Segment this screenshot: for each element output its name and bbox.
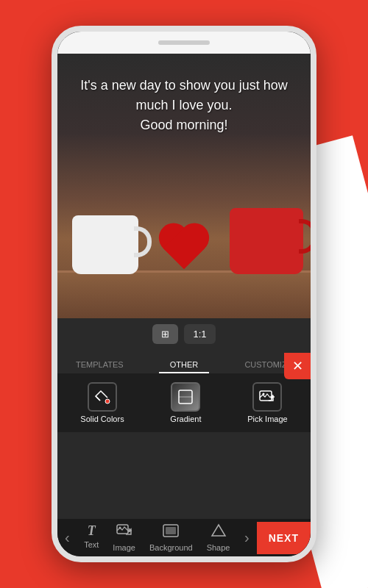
- nav-background[interactable]: Background: [146, 519, 196, 556]
- tool-grid: Solid Colors Gradient: [57, 373, 311, 432]
- nav-items: T Text Image: [77, 519, 237, 556]
- tab-other-label: OTHER: [170, 360, 199, 369]
- tab-templates[interactable]: TEMPLATES: [57, 353, 142, 373]
- ratio-controls: ⊞ 1:1: [152, 318, 215, 353]
- svg-marker-8: [212, 525, 225, 536]
- nav-image-label: Image: [113, 543, 135, 552]
- tab-bar: TEMPLATES OTHER CUSTOMIZE ✕: [57, 353, 311, 373]
- nav-text-label: Text: [84, 540, 99, 549]
- quote-line3: Good morning!: [140, 118, 227, 132]
- close-tab-button[interactable]: ✕: [284, 353, 311, 379]
- crop-icon: ⊞: [161, 329, 169, 340]
- nav-image[interactable]: Image: [110, 519, 138, 556]
- tool-pick-image[interactable]: Pick Image: [241, 379, 293, 426]
- svg-rect-7: [166, 527, 176, 534]
- gradient-icon: [171, 382, 200, 412]
- image-icon: [116, 523, 132, 542]
- quote-line1: It's a new day to show you just how: [80, 78, 288, 93]
- phone-top-bar: [57, 32, 311, 54]
- heart-decoration: [155, 225, 213, 278]
- crop-button[interactable]: ⊞: [152, 324, 178, 344]
- red-mug: [230, 208, 303, 274]
- heart-shape: [155, 225, 213, 278]
- quote-overlay: It's a new day to show you just how much…: [72, 76, 296, 135]
- tab-other[interactable]: OTHER: [142, 353, 227, 373]
- nav-text[interactable]: T Text: [81, 519, 102, 556]
- svg-point-0: [105, 399, 110, 404]
- nav-shape-label: Shape: [207, 543, 230, 552]
- bottom-navigation: ‹ T Text Image: [57, 519, 311, 556]
- svg-point-5: [118, 527, 121, 529]
- phone-frame: It's a new day to show you just how much…: [52, 26, 316, 562]
- tool-gradient[interactable]: Gradient: [164, 379, 207, 426]
- solid-colors-label: Solid Colors: [80, 415, 124, 423]
- nav-prev-button[interactable]: ‹: [57, 523, 77, 552]
- background-icon: [163, 523, 179, 542]
- coffee-background: It's a new day to show you just how much…: [57, 54, 311, 318]
- ratio-buttons: ⊞ 1:1: [152, 324, 215, 344]
- solid-colors-icon: [88, 382, 117, 412]
- nav-next-arrow-button[interactable]: ›: [237, 523, 257, 552]
- quote-line2: much I love you.: [135, 98, 232, 112]
- text-icon: T: [88, 523, 96, 539]
- phone-speaker: [158, 40, 210, 45]
- svg-point-3: [263, 393, 265, 395]
- white-mug: [72, 215, 138, 274]
- canvas-area: It's a new day to show you just how much…: [57, 54, 311, 519]
- shape-icon: [210, 523, 227, 542]
- next-button[interactable]: NEXT: [257, 522, 311, 554]
- image-canvas: It's a new day to show you just how much…: [57, 54, 311, 318]
- pick-image-label: Pick Image: [247, 415, 287, 423]
- nav-shape[interactable]: Shape: [204, 519, 233, 556]
- nav-background-label: Background: [149, 543, 193, 552]
- tool-solid-colors[interactable]: Solid Colors: [74, 379, 130, 426]
- gradient-label: Gradient: [170, 415, 201, 423]
- pick-image-icon: [252, 382, 282, 412]
- tab-templates-label: TEMPLATES: [76, 360, 124, 369]
- ratio-button[interactable]: 1:1: [184, 324, 215, 344]
